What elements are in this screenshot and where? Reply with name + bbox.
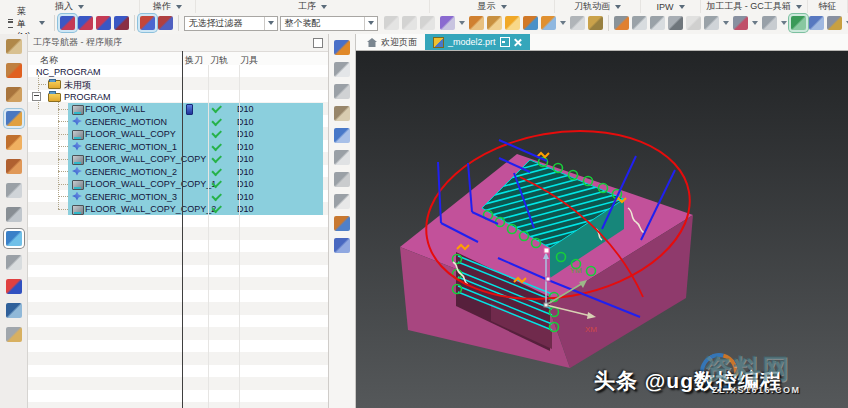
scope-filter-combo[interactable]: 整个装配 — [280, 16, 378, 31]
tree-row-floor_wall_copy_copy[interactable]: FLOOR_WALL_COPY_COPYD10 — [28, 153, 328, 166]
chevron-down-icon[interactable] — [501, 5, 507, 9]
selection-pointer-icon[interactable] — [6, 303, 22, 318]
generate-toolpath-icon[interactable] — [334, 40, 350, 55]
chevron-down-icon[interactable] — [796, 5, 802, 9]
machine-settings-icon[interactable] — [334, 172, 350, 187]
reverse-toolpath-icon[interactable] — [78, 16, 93, 30]
fit-window-icon[interactable] — [334, 62, 350, 77]
collapse-icon[interactable] — [32, 92, 41, 101]
tree-row-nc_program[interactable]: NC_PROGRAM — [28, 65, 328, 78]
chevron-down-icon[interactable] — [78, 5, 84, 9]
template-navigator-icon[interactable] — [6, 183, 22, 198]
circle-select-icon[interactable] — [505, 16, 520, 30]
tab-model2-prt[interactable]: _model2.prt — [425, 34, 530, 50]
ribbon-group-feature[interactable]: 特征 — [808, 0, 848, 13]
machine-tool-navigator-icon[interactable] — [6, 135, 22, 150]
post-process-icon[interactable] — [334, 238, 350, 253]
lock-toolpath-icon[interactable] — [140, 16, 155, 30]
close-icon[interactable] — [514, 38, 522, 46]
tab-welcome-page[interactable]: 欢迎页面 — [359, 34, 425, 50]
simulate-machine-icon[interactable] — [334, 216, 350, 231]
chevron-down-icon[interactable] — [176, 5, 182, 9]
part-navigator-icon[interactable] — [6, 87, 22, 102]
tree-row-floor_wall[interactable]: FLOOR_WALLD10 — [28, 103, 328, 116]
process-assistant-icon[interactable] — [6, 159, 22, 174]
refresh-window-icon[interactable] — [650, 16, 665, 30]
history-icon[interactable] — [6, 255, 22, 270]
fit-selection-icon[interactable] — [469, 16, 484, 30]
combo-arrow[interactable] — [264, 17, 277, 30]
tree-row-generic_motion_3[interactable]: GENERIC_MOTION_3D10 — [28, 190, 328, 203]
chevron-down-icon[interactable] — [679, 5, 685, 9]
ribbon-group-display[interactable]: 显示 — [430, 0, 555, 13]
floor-wall-operation-icon — [72, 205, 84, 215]
chevron-down-icon[interactable] — [615, 5, 621, 9]
tree-row-floor_wall_copy[interactable]: FLOOR_WALL_COPYD10 — [28, 128, 328, 141]
edit-object-display-icon[interactable] — [334, 106, 350, 121]
tree-row-floor_wall_copy_copy_1[interactable]: FLOOR_WALL_COPY_COPY_1D10 — [28, 178, 328, 191]
wireframe-display-icon[interactable] — [588, 16, 603, 30]
assembly-navigator-icon[interactable] — [6, 39, 22, 54]
web-browser-icon[interactable] — [6, 231, 22, 246]
tree-row-generic_motion[interactable]: GENERIC_MOTIOND10 — [28, 115, 328, 128]
ribbon-group-machining-tools-gc-toolbox[interactable]: 加工工具 - GC工具箱 — [701, 0, 808, 13]
menu-button[interactable]: 菜单(M) — [4, 15, 49, 31]
ribbon-group-toolpath-animation[interactable]: 刀轨动画 — [555, 0, 641, 13]
selection-filter-combo[interactable]: 无选择过滤器 — [184, 16, 278, 31]
navigator-tree: NC_PROGRAM未用项PROGRAMFLOOR_WALLD10GENERIC… — [28, 65, 328, 408]
tool-display-icon[interactable] — [158, 16, 173, 30]
info-panel-icon[interactable] — [6, 207, 22, 222]
assembly-cube-icon[interactable] — [762, 16, 777, 30]
snap-point-icon[interactable] — [384, 16, 399, 30]
chevron-down-icon[interactable] — [560, 21, 566, 25]
ipw-3d-display-icon[interactable] — [791, 16, 806, 30]
workpiece-folder-icon[interactable] — [334, 150, 350, 165]
tree-row-floor_wall_copy_copy_2[interactable]: FLOOR_WALL_COPY_COPY_2D10 — [28, 203, 328, 216]
shaded-display-icon[interactable] — [570, 16, 585, 30]
snap-endpoint-icon[interactable] — [402, 16, 417, 30]
ribbon-group-ipw[interactable]: IPW — [641, 0, 701, 13]
trim-toolpath-icon[interactable] — [96, 16, 111, 30]
gears-disabled-icon[interactable] — [686, 16, 701, 30]
ribbon-group-operation[interactable]: 操作 — [140, 0, 196, 13]
chevron-down-icon[interactable] — [781, 21, 787, 25]
graphics-viewport[interactable]: YM XM 头条 @ug数控编程 资料网 ZL.XS1616.COM — [356, 51, 848, 408]
toolpath-show-icon[interactable] — [809, 16, 824, 30]
save-state-icon[interactable] — [500, 37, 510, 47]
split-window-icon[interactable] — [632, 16, 647, 30]
show-hide-icon[interactable] — [440, 16, 455, 30]
column-divider[interactable] — [182, 51, 183, 408]
color-palette-icon[interactable] — [6, 279, 22, 294]
roles-icon[interactable] — [6, 327, 22, 342]
move-object-icon[interactable] — [541, 16, 556, 30]
rotate-view-icon[interactable] — [523, 16, 538, 30]
layer-copy-icon[interactable] — [827, 16, 842, 30]
hide-toolpath-icon[interactable] — [334, 84, 350, 99]
delete-box-icon[interactable] — [334, 194, 350, 209]
verify-toolpath-icon[interactable] — [334, 128, 350, 143]
tree-row-program[interactable]: PROGRAM — [28, 90, 328, 103]
pan-view-icon[interactable] — [487, 16, 502, 30]
maximize-icon[interactable] — [313, 38, 323, 48]
chevron-down-icon[interactable] — [459, 21, 465, 25]
update-display-icon[interactable] — [704, 16, 719, 30]
combo-arrow[interactable] — [364, 17, 377, 30]
extend-toolpath-icon[interactable] — [114, 16, 129, 30]
snap-midpoint-icon[interactable] — [420, 16, 435, 30]
cap-display-icon[interactable] — [733, 16, 748, 30]
constraint-navigator-icon[interactable] — [6, 63, 22, 78]
tree-row-未用项[interactable]: 未用项 — [28, 78, 328, 91]
chevron-down-icon[interactable] — [752, 21, 758, 25]
shaded-cube-icon[interactable] — [668, 16, 683, 30]
chevron-down-icon[interactable] — [723, 21, 729, 25]
ribbon-group-process[interactable]: 工序 — [196, 0, 430, 13]
chevron-down-icon[interactable] — [321, 5, 327, 9]
tree-row-label: FLOOR_WALL — [85, 104, 145, 114]
navigator-title-bar[interactable]: 工序导航器 - 程序顺序 — [28, 34, 328, 52]
tree-row-generic_motion_1[interactable]: GENERIC_MOTION_1D10 — [28, 140, 328, 153]
tree-row-label: FLOOR_WALL_COPY — [85, 129, 176, 139]
new-window-icon[interactable] — [614, 16, 629, 30]
tree-row-generic_motion_2[interactable]: GENERIC_MOTION_2D10 — [28, 165, 328, 178]
edit-toolpath-icon[interactable] — [60, 16, 75, 30]
operation-navigator-icon[interactable] — [6, 111, 22, 126]
